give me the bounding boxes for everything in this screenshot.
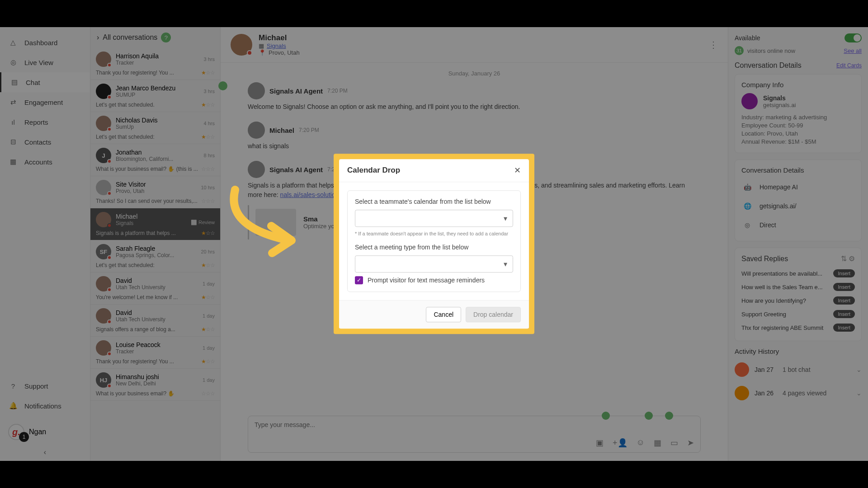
conversation-item[interactable]: Harrison AquilaTracker 3 hrs Thank you f… — [90, 48, 220, 80]
chat-header: Michael ▦ Signals 📍 Provo, Utah ⋮ — [221, 27, 728, 63]
conv-time: 4 hrs — [204, 121, 215, 126]
send-icon[interactable]: ➤ — [687, 438, 694, 448]
teammate-select-label: Select a teammate's calendar from the li… — [355, 198, 513, 205]
help-icon[interactable]: ? — [161, 33, 171, 42]
conversation-item[interactable]: MichaelSignals ⬜ Review Signals is a pla… — [90, 208, 220, 240]
saved-reply-row: How well is the Sales Team e...Insert — [741, 280, 855, 294]
reply-text: Will presentations be availabl... — [741, 270, 830, 277]
nav-notifications[interactable]: 🔔Notifications — [0, 396, 90, 416]
message-composer[interactable]: ▣ +👤 ☺ ▦ ▭ ➤ — [248, 416, 701, 453]
nav-label: Reports — [24, 118, 48, 126]
nav-reports[interactable]: ılReports — [0, 112, 90, 132]
modal-title: Calendar Drop — [347, 166, 400, 175]
sms-reminder-label: Prompt visitor for text message reminder… — [368, 277, 485, 284]
collapse-nav-button[interactable]: ‹ — [0, 444, 90, 461]
saved-reply-row: Thx for registering ABE SummitInsert — [741, 321, 855, 334]
video-icon[interactable]: ▣ — [596, 438, 604, 448]
user-menu[interactable]: g. 1 Ngan — [0, 420, 90, 444]
conv-time: 1 day — [203, 377, 215, 383]
activity-row[interactable]: Jan 271 bot chat⌄ — [735, 358, 862, 381]
detail-text: getsignals.ai/ — [760, 202, 797, 210]
availability-toggle[interactable] — [844, 33, 862, 42]
chat-menu-button[interactable]: ⋮ — [709, 39, 718, 50]
meeting-type-select[interactable]: ▾ — [355, 256, 513, 273]
cancel-button[interactable]: Cancel — [426, 307, 461, 323]
filter-icon[interactable]: ⇅ ⚙ — [841, 254, 855, 263]
message-link[interactable]: nals.ai/sales-solutions — [280, 191, 342, 198]
conversation-item[interactable]: SF Sarah FleaglePagosa Springs, Color...… — [90, 240, 220, 272]
detail-icon: 🤖 — [741, 181, 753, 193]
nav-dashboard[interactable]: △Dashboard — [0, 33, 90, 52]
message-author: Signals AI Agent — [269, 87, 323, 95]
note-icon[interactable]: ▭ — [670, 438, 678, 448]
conversation-item[interactable]: Nicholas DavisSumUp 4 hrs Let's get that… — [90, 112, 220, 144]
conv-avatar — [96, 212, 111, 227]
insert-reply-button[interactable]: Insert — [833, 283, 855, 291]
insert-reply-button[interactable]: Insert — [833, 269, 855, 277]
conversation-item[interactable]: Jean Marco BendezuSUMUP 3 hrs Let's get … — [90, 80, 220, 112]
nav-chat[interactable]: ▤Chat — [0, 72, 90, 92]
company-meta-row: Location: Provo, Utah — [741, 130, 855, 137]
contact-name: Michael — [259, 33, 300, 42]
conversation-item[interactable]: HJ Himanshu joshiNew Delhi, Delhi 1 day … — [90, 369, 220, 401]
edit-cards-link[interactable]: Edit Cards — [836, 62, 862, 69]
drop-calendar-button[interactable]: Drop calendar — [466, 307, 521, 323]
insert-reply-button[interactable]: Insert — [833, 324, 855, 332]
conv-avatar: J — [96, 148, 111, 163]
teammate-hint: * If a teammate doesn't appear in the li… — [355, 230, 513, 237]
conv-avatar — [96, 308, 111, 324]
conversation-list-header[interactable]: › All conversations ? — [90, 27, 220, 48]
conv-subtitle: SumUp — [116, 124, 199, 130]
nav-engagement[interactable]: ⇄Engagement — [0, 92, 90, 112]
contact-org-link[interactable]: Signals — [267, 42, 286, 49]
contact-location: Provo, Utah — [269, 49, 300, 56]
visitors-text: visitors online now — [747, 47, 795, 54]
conv-preview: What is your business email? ✋ (this is … — [96, 166, 198, 172]
nav-accounts[interactable]: ▦Accounts — [0, 152, 90, 172]
conv-rating: ☆☆☆ — [201, 390, 215, 397]
chevron-down-icon: ⌄ — [856, 389, 862, 397]
company-domain: getsignals.ai — [763, 102, 796, 108]
conv-time: 1 day — [203, 313, 215, 319]
building-icon: ▦ — [259, 42, 264, 49]
reports-icon: ıl — [8, 117, 18, 127]
nav-live-view[interactable]: ◎Live View — [0, 52, 90, 72]
conversation-item[interactable]: DavidUtah Tech University 1 day Signals … — [90, 305, 220, 337]
conv-avatar: HJ — [96, 372, 111, 388]
conv-time: 1 day — [203, 345, 215, 351]
insert-reply-button[interactable]: Insert — [833, 296, 855, 305]
activity-row[interactable]: Jan 264 pages viewed⌄ — [735, 381, 862, 405]
nav-contacts[interactable]: ⊟Contacts — [0, 132, 90, 152]
conversation-item[interactable]: Site VisitorProvo, Utah 10 hrs Thanks! S… — [90, 176, 220, 208]
conv-name: David — [116, 309, 198, 316]
reply-text: How well is the Sales Team e... — [741, 284, 830, 291]
see-all-visitors-link[interactable]: See all — [844, 47, 862, 54]
activity-text: 1 bot chat — [783, 366, 811, 373]
insert-reply-button[interactable]: Insert — [833, 310, 855, 318]
nav-label: Accounts — [24, 158, 52, 166]
conversation-details-title: Conversation Details — [735, 61, 802, 70]
conversation-item[interactable]: Louise PeacockTracker 1 day Thank you fo… — [90, 337, 220, 369]
conversation-item[interactable]: DavidUtah Tech University 1 day You're w… — [90, 272, 220, 305]
emoji-icon[interactable]: ☺ — [637, 438, 645, 448]
nav-support[interactable]: ?Support — [0, 376, 90, 396]
detail-icon: 🌐 — [741, 200, 753, 212]
detail-text: Homepage AI — [760, 183, 798, 191]
conv-preview: Let's get that scheduled: — [96, 134, 155, 140]
contact-avatar — [231, 34, 252, 56]
conv-name: Louise Peacock — [116, 341, 198, 348]
conv-name: Nicholas Davis — [116, 117, 199, 124]
conv-subtitle: Provo, Utah — [116, 188, 196, 194]
company-meta-row: Industry: marketing & advertising — [741, 114, 855, 121]
sms-reminder-checkbox[interactable]: ✓ Prompt visitor for text message remind… — [355, 277, 513, 285]
conv-rating: ★☆☆ — [201, 326, 215, 333]
message-input[interactable] — [255, 421, 694, 428]
add-person-icon[interactable]: +👤 — [613, 438, 627, 448]
conversation-item[interactable]: J JonathanBloomington, Californi... 8 hr… — [90, 144, 220, 176]
message-text: Welcome to Signals! Choose an option or … — [248, 102, 701, 112]
live view-icon: ◎ — [8, 57, 18, 67]
calendar-icon[interactable]: ▦ — [654, 438, 661, 448]
support-icon: ? — [8, 381, 18, 391]
modal-close-button[interactable]: ✕ — [514, 165, 521, 175]
teammate-select[interactable]: ▾ — [355, 210, 513, 227]
